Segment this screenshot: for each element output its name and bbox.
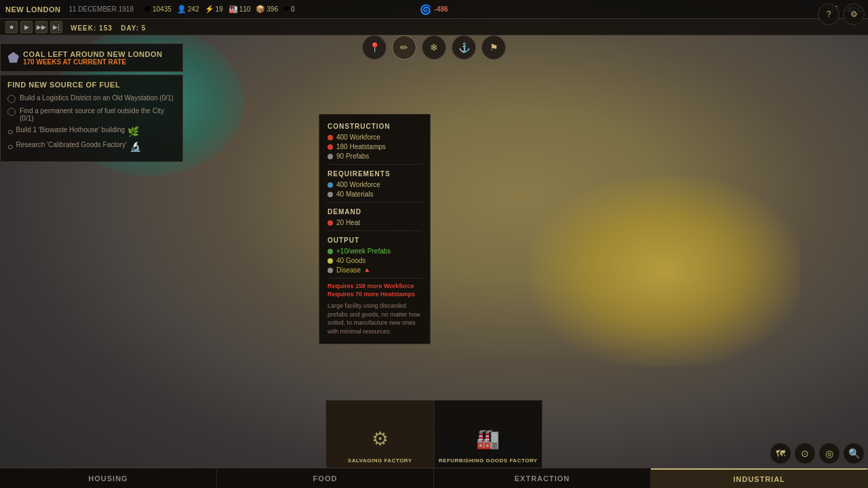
- toolbar-pencil-icon[interactable]: ✏: [392, 35, 416, 60]
- divider-2: [328, 202, 422, 203]
- divider-1: [328, 164, 422, 165]
- output-text-3: Disease 🔺: [336, 266, 371, 274]
- coal-stat: ⬟ 10435: [144, 5, 172, 14]
- construction-title: CONSTRUCTION: [328, 123, 422, 130]
- coal-info-box: ⬟ COAL LEFT AROUND NEW LONDON 170 WEEKS …: [0, 43, 183, 72]
- toolbar-pin-icon[interactable]: 📍: [362, 35, 387, 60]
- requirements-dot-1: [328, 182, 333, 188]
- toolbar-anchor-icon[interactable]: ⚓: [452, 35, 476, 60]
- people-icon: 👤: [177, 5, 186, 14]
- workers-icon: 🏭: [229, 5, 238, 14]
- output-dot-1: [328, 249, 333, 254]
- construction-text-3: 90 Prefabs: [336, 152, 369, 160]
- toolbar-snowflake-icon[interactable]: ❄: [422, 35, 446, 60]
- coal-icon: ⬟: [144, 5, 151, 14]
- requirements-text-1: 400 Workforce: [336, 181, 380, 188]
- mission-title: FIND NEW SOURCE OF FUEL: [7, 81, 176, 89]
- tab-housing[interactable]: HOUSING: [0, 468, 217, 488]
- output-title: OUTPUT: [328, 237, 422, 244]
- warning-text-1: Requires 158 more Workforce: [328, 283, 422, 289]
- resources-icon: 📦: [256, 5, 265, 14]
- construction-row-1: 400 Workforce: [328, 134, 422, 141]
- mission-radio-2: [7, 108, 16, 116]
- toolbar-flag-icon[interactable]: ⚑: [481, 35, 506, 60]
- mission-text-3: Build 1 'Biowaste Hothouse' building: [16, 126, 125, 134]
- map-zoom-button[interactable]: 🔍: [843, 443, 865, 464]
- mission-text-1: Build a Logistics District on an Old Way…: [20, 94, 174, 102]
- output-text-1: +10/week Prefabs: [336, 247, 391, 255]
- stop-button[interactable]: ■: [5, 21, 18, 33]
- output-text-2: 40 Goods: [336, 257, 366, 264]
- requirements-text-2: 40 Materials: [336, 190, 373, 198]
- requirements-row-2: 40 Materials: [328, 190, 422, 198]
- storm-value: -486: [434, 5, 448, 13]
- mission-check-icon-3: ○: [7, 126, 13, 137]
- building-label-1: SALVAGING FACTORY: [348, 458, 412, 464]
- description-text: Large facility using discarded prefabs a…: [328, 302, 422, 336]
- output-row-2: 40 Goods: [328, 257, 422, 264]
- mission-text-4: Research 'Calibrated Goods Factory': [16, 141, 126, 148]
- output-dot-3: [328, 268, 333, 273]
- tab-food[interactable]: FOOD: [217, 468, 434, 488]
- mission-text-2: Find a permanent source of fuel outside …: [20, 107, 176, 122]
- divider-4: [328, 278, 422, 279]
- mission-building-icon-3: 🌿: [127, 126, 139, 137]
- building-option-2[interactable]: 🏭 REFURBISHING GOODS FACTORY: [435, 401, 542, 468]
- map-yellow-region: [529, 176, 800, 366]
- top-bar: NEW LONDON 11 DECEMBER 1918 ⬟ 10435 👤 24…: [0, 0, 868, 19]
- mission-item-2[interactable]: Find a permanent source of fuel outside …: [7, 107, 176, 122]
- play-button[interactable]: ▶: [20, 21, 33, 33]
- coal-box-title: COAL LEFT AROUND NEW LONDON: [23, 50, 162, 58]
- building-label-2: REFURBISHING GOODS FACTORY: [439, 458, 538, 464]
- info-panel: CONSTRUCTION 400 Workforce 180 Heatstamp…: [319, 114, 431, 344]
- bottom-right-icons: 🗺 ⊙ ◎ 🔍: [770, 443, 865, 464]
- health-icon: ❤: [283, 5, 290, 14]
- fast-forward-button[interactable]: ▶▶: [35, 21, 47, 33]
- mission-item-4[interactable]: ○ Research 'Calibrated Goods Factory' 🔬: [7, 141, 176, 152]
- day-value: DAY: 5: [121, 24, 146, 32]
- mission-radio-1: [7, 95, 16, 103]
- requirements-title: REQUIREMENTS: [328, 170, 422, 178]
- mission-item-3[interactable]: ○ Build 1 'Biowaste Hothouse' building 🌿: [7, 126, 176, 137]
- demand-title: DEMAND: [328, 208, 422, 216]
- settings-button[interactable]: ◎: [818, 443, 840, 464]
- left-panel: ⬟ COAL LEFT AROUND NEW LONDON 170 WEEKS …: [0, 41, 183, 162]
- output-dot-2: [328, 258, 333, 264]
- divider-3: [328, 230, 422, 231]
- requirements-row-1: 400 Workforce: [328, 181, 422, 188]
- tab-extraction[interactable]: EXTRACTION: [434, 468, 651, 488]
- power-value: 19: [216, 5, 223, 13]
- requirements-dot-2: [328, 192, 333, 197]
- minimap-button[interactable]: 🗺: [770, 443, 791, 464]
- building-icon-2: 🏭: [471, 420, 505, 458]
- demand-text-1: 20 Heat: [336, 219, 360, 226]
- construction-dot-2: [328, 144, 333, 150]
- skip-button[interactable]: ▶|: [50, 21, 62, 33]
- building-option-1[interactable]: ⚙ SALVAGING FACTORY: [326, 401, 435, 468]
- output-row-1: +10/week Prefabs: [328, 247, 422, 255]
- help-button[interactable]: ?: [818, 3, 840, 25]
- workers-stat: 🏭 110: [229, 5, 251, 14]
- bottom-tabs: HOUSING FOOD EXTRACTION INDUSTRIAL: [0, 468, 868, 488]
- construction-dot-3: [328, 154, 333, 159]
- coal-value: 10435: [153, 5, 172, 13]
- mission-item-1[interactable]: Build a Logistics District on an Old Way…: [7, 94, 176, 103]
- workers-value: 110: [239, 5, 251, 13]
- mission-box: FIND NEW SOURCE OF FUEL Build a Logistic…: [0, 75, 183, 162]
- people-value: 242: [188, 5, 199, 13]
- controls-bar: ■ ▶ ▶▶ ▶| WEEK: 153 DAY: 5: [0, 19, 868, 35]
- gear-button[interactable]: ⚙: [843, 3, 865, 25]
- week-value: WEEK: 153: [71, 24, 113, 32]
- output-row-3: Disease 🔺: [328, 266, 422, 274]
- location-name: NEW LONDON: [5, 5, 60, 14]
- tab-industrial[interactable]: INDUSTRIAL: [651, 468, 868, 488]
- warning-text-2: Requires 70 more Heatstamps: [328, 291, 422, 298]
- construction-dot-1: [328, 135, 333, 140]
- construction-row-2: 180 Heatstamps: [328, 143, 422, 150]
- construction-row-3: 90 Prefabs: [328, 152, 422, 160]
- coal-box-subtitle: 170 WEEKS AT CURRENT RATE: [23, 58, 162, 66]
- mission-building-icon-4: 🔬: [130, 141, 141, 152]
- overlay-button[interactable]: ⊙: [794, 443, 816, 464]
- building-icon-1: ⚙: [363, 420, 397, 458]
- health-value: 0: [291, 5, 295, 13]
